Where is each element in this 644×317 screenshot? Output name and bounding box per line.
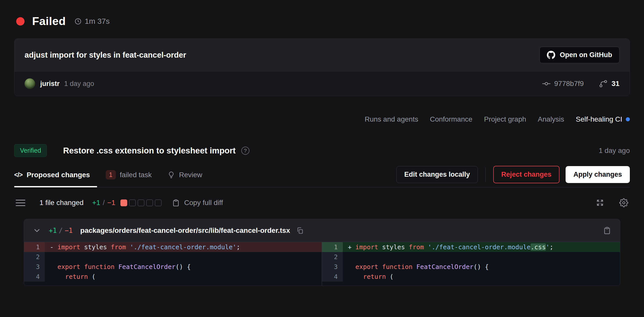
tab-bar: </> Proposed changes 1 failed task Revie… [14,166,630,188]
commit-meta: 9778b7f9 31 [542,79,619,88]
diff-toolbar: 1 file changed +1 / −1 Copy full diff [14,198,630,207]
copy-file-icon[interactable] [603,226,611,235]
line-number: 2 [24,252,45,262]
diff-stat-square [146,199,153,206]
files-changed-label: 1 file changed [39,199,83,207]
workspace-nav: Runs and agents Conformance Project grap… [14,115,630,123]
open-on-github-button[interactable]: Open on GitHub [540,47,619,63]
nav-self-healing-ci-label: Self-healing CI [576,115,622,123]
diff-stat-square [120,199,127,206]
notification-dot [626,117,630,121]
diff-stat-square [138,199,144,206]
open-on-github-label: Open on GitHub [560,51,612,59]
nav-self-healing-ci[interactable]: Self-healing CI [576,115,630,123]
edit-changes-locally-button[interactable]: Edit changes locally [396,166,478,183]
help-icon[interactable]: ? [241,147,249,155]
tab-failed-task[interactable]: 1 failed task [106,166,152,187]
commit-card: adjust import for styles in feat-cancel-… [14,38,630,96]
run-status-row: Failed 1m 37s [16,15,630,28]
commit-sha: 9778b7f9 [554,80,584,88]
copy-full-diff-button[interactable]: Copy full diff [172,199,223,207]
author-name: juristr [40,80,60,88]
tab-proposed-changes[interactable]: </> Proposed changes [14,166,90,187]
line-number: 2 [322,252,343,262]
code-line: export function FeatCancelOrder() { [343,262,620,272]
run-duration-text: 1m 37s [85,17,110,26]
run-status-label: Failed [32,15,66,28]
nav-analysis[interactable]: Analysis [538,115,564,123]
page: Failed 1m 37s adjust import for styles i… [0,0,644,286]
fix-time: 1 day ago [599,147,630,155]
chevron-down-icon[interactable] [33,226,41,235]
diff-stat-square [155,199,162,206]
lightbulb-icon [167,171,175,179]
diff-panel-after: 1+ import styles from './feat-cancel-ord… [322,242,620,286]
nav-conformance[interactable]: Conformance [430,115,472,123]
expand-icon[interactable] [595,198,605,207]
line-number: 4 [24,272,45,282]
apply-changes-button[interactable]: Apply changes [566,166,630,183]
commit-icon [542,79,551,88]
code-line [343,252,620,262]
code-line [45,252,322,262]
clipboard-icon [172,199,180,207]
failed-status-dot [16,17,25,26]
file-list-menu-icon[interactable] [16,200,25,206]
action-buttons: Edit changes locally Reject changes Appl… [396,166,630,183]
diff-stat-squares [120,199,162,206]
diff-panel-before: 1- import styles from './feat-cancel-ord… [24,242,322,286]
tab-proposed-changes-label: Proposed changes [27,171,90,179]
diff-line: 4 return ( [322,272,620,282]
line-number: 3 [24,262,45,272]
git-graph-icon [599,79,608,88]
button-divider [485,167,486,182]
file-diff-counts: +1 / −1 [49,227,73,234]
diff-file-header: +1 / −1 packages/orders/feat-cancel-orde… [24,219,620,242]
added-count: +1 [92,199,100,207]
commit-title: adjust import for styles in feat-cancel-… [25,51,186,60]
github-icon [547,51,555,59]
line-number: 1 [322,242,343,252]
code-line: export function FeatCancelOrder() { [45,262,322,272]
line-number: 4 [322,272,343,282]
avatar [25,78,35,89]
code-line: return ( [343,272,620,282]
fix-title: Restore .css extension to stylesheet imp… [63,146,235,155]
copy-full-diff-label: Copy full diff [184,199,223,207]
diff-line: 3 export function FeatCancelOrder() { [322,262,620,272]
code-line: + import styles from './feat-cancel-orde… [343,242,620,252]
diff-line: 2 [322,252,620,262]
verified-badge: Verified [14,144,47,157]
branch-count: 31 [612,80,619,88]
nav-runs-and-agents[interactable]: Runs and agents [365,115,418,123]
commit-card-header: adjust import for styles in feat-cancel-… [14,39,630,71]
diff-line: 1- import styles from './feat-cancel-ord… [24,242,322,252]
branch-count-link[interactable]: 31 [599,79,619,88]
clock-icon [74,18,82,25]
commit-time: 1 day ago [64,80,94,88]
tab-review[interactable]: Review [167,166,202,187]
failed-task-count-badge: 1 [106,170,116,179]
gear-icon[interactable] [619,198,628,207]
nav-project-graph[interactable]: Project graph [484,115,526,123]
fix-header: Verified Restore .css extension to style… [14,144,630,157]
diff-line: 2 [24,252,322,262]
file-path: packages/orders/feat-cancel-order/src/li… [80,227,290,235]
reject-changes-button[interactable]: Reject changes [493,166,560,183]
diff-stat-counts: +1 / −1 [92,199,115,207]
commit-sha-link[interactable]: 9778b7f9 [542,79,584,88]
diff-line: 4 return ( [24,272,322,282]
diff-line: 3 export function FeatCancelOrder() { [24,262,322,272]
diff-body: 1- import styles from './feat-cancel-ord… [24,242,620,286]
code-icon: </> [14,171,23,178]
diff-toolbar-right [595,198,628,207]
code-line: return ( [45,272,322,282]
tab-review-label: Review [179,171,202,179]
line-number: 3 [322,262,343,272]
diff-line: 1+ import styles from './feat-cancel-ord… [322,242,620,252]
commit-card-footer: juristr 1 day ago 9778b7f9 31 [14,71,630,96]
copy-path-icon[interactable] [296,227,304,234]
diff-file-card: +1 / −1 packages/orders/feat-cancel-orde… [24,219,620,286]
tab-failed-task-label: failed task [120,171,152,179]
diff-stat-square [129,199,136,206]
